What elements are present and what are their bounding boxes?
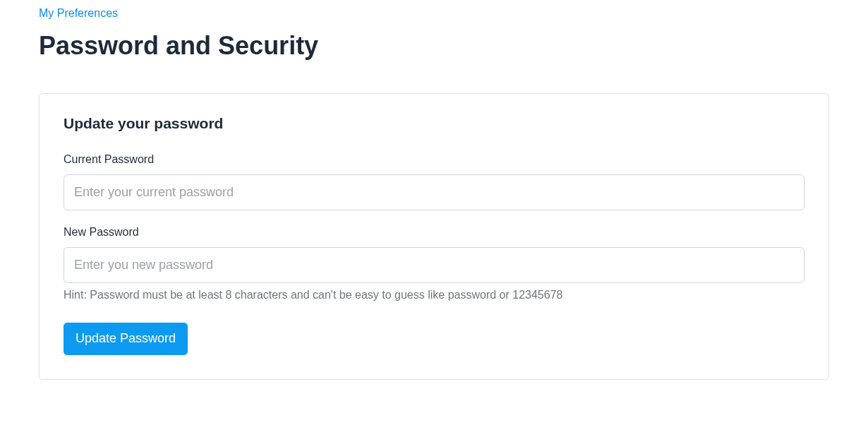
breadcrumb-my-preferences[interactable]: My Preferences [39,7,118,20]
new-password-input[interactable] [64,247,804,283]
page-title: Password and Security [39,31,829,61]
new-password-group: New Password [64,226,804,283]
update-password-button[interactable]: Update Password [64,323,188,354]
current-password-input[interactable] [64,174,804,210]
password-hint: Hint: Password must be at least 8 charac… [64,289,804,301]
card-title: Update your password [64,115,804,132]
new-password-label: New Password [64,226,804,239]
current-password-group: Current Password [64,153,804,210]
password-card: Update your password Current Password Ne… [39,93,829,380]
current-password-label: Current Password [64,153,804,166]
